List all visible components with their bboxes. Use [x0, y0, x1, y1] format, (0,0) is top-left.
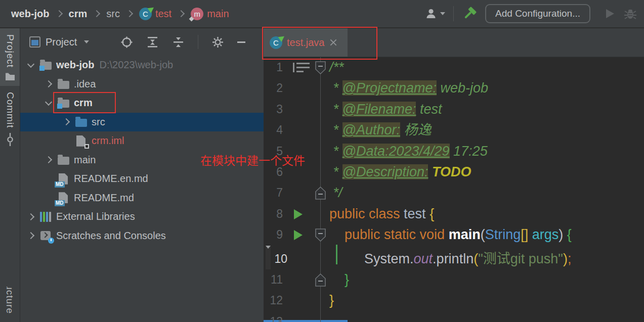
tree-item-label: web-job [56, 59, 95, 71]
user-icon [425, 8, 438, 20]
debug-bug-icon [624, 7, 637, 20]
tab-title: test.java [287, 37, 324, 49]
class-icon: C [270, 36, 282, 49]
tree-row-readme.en.md[interactable]: MDREADME.en.md [20, 169, 264, 189]
collapse-all-button[interactable] [172, 36, 185, 49]
code-editor[interactable]: 1/**2 * @Projectname: web-job3 * @Filena… [264, 57, 644, 322]
breadcrumb-item-web-job[interactable]: web-job [11, 8, 50, 20]
tool-window-stripe: ProjectCommit Structure [0, 28, 20, 322]
tree-chevron-icon[interactable] [25, 211, 36, 222]
run-button[interactable] [604, 8, 616, 20]
code-line-5[interactable]: 5 * @Data:2023/4/29 17:25 [264, 141, 644, 162]
line-number: 1 [264, 57, 283, 78]
commit-icon [5, 133, 15, 146]
folder-icon [56, 153, 70, 166]
code-line-9[interactable]: 9 public static void main(String[] args)… [264, 224, 644, 245]
build-hammer-icon [462, 6, 477, 21]
tool-window-button-project[interactable]: Project [0, 28, 20, 86]
fold-marker-end-icon[interactable] [315, 273, 326, 287]
project-panel-header: Project [20, 28, 264, 56]
breadcrumb-item-src[interactable]: src [106, 8, 120, 20]
module-folder-icon [56, 97, 70, 110]
breadcrumb-item-test[interactable]: Ctest [139, 8, 171, 20]
code-text: * @Filename: test [329, 99, 442, 120]
tree-chevron-icon[interactable] [25, 60, 36, 71]
fold-marker-start-icon[interactable] [315, 61, 326, 74]
code-line-13[interactable]: 13 [264, 311, 644, 322]
tree-row-external-libraries[interactable]: External Libraries [20, 207, 264, 226]
tree-row-crm.iml[interactable]: crm.iml [20, 131, 264, 151]
tree-row-.idea[interactable]: .idea [20, 75, 264, 94]
locate-file-button[interactable] [120, 36, 133, 49]
code-line-12[interactable]: 12} [264, 290, 644, 311]
code-line-2[interactable]: 2 * @Projectname: web-job [264, 78, 644, 99]
breadcrumb-separator-icon [178, 10, 185, 17]
tree-chevron-icon[interactable] [25, 230, 36, 241]
code-text: * @Data:2023/4/29 17:25 [329, 141, 488, 162]
fold-marker-end-icon[interactable] [315, 187, 326, 200]
breadcrumb-item-crm[interactable]: crm [69, 8, 88, 20]
code-line-6[interactable]: 6 * @Description: TODO [264, 162, 644, 182]
ide-window: web-jobcrmsrcCtestmmain Add Configurati [0, 0, 644, 322]
panel-settings-button[interactable] [211, 36, 224, 49]
close-icon[interactable] [330, 39, 337, 47]
tree-row-web-job[interactable]: web-jobD:\2023\web-job [20, 56, 264, 75]
editor-area: C test.java 1/**2 * @Projectname: web-jo… [264, 28, 644, 322]
expand-all-icon [146, 36, 159, 49]
line-number: 3 [264, 99, 283, 120]
tree-row-src[interactable]: src [20, 113, 264, 132]
hide-panel-icon [237, 41, 245, 43]
run-line-icon[interactable] [294, 209, 303, 219]
code-line-3[interactable]: 3 * @Filename: test [264, 99, 644, 120]
tree-chevron-icon[interactable] [43, 98, 54, 109]
fold-marker-start-icon[interactable] [315, 228, 326, 242]
run-line-icon[interactable] [294, 230, 303, 240]
code-text: /** [329, 57, 344, 78]
tool-window-button-commit[interactable]: Commit [0, 86, 20, 151]
code-line-11[interactable]: 11 } [264, 269, 644, 290]
tree-item-label: README.en.md [74, 173, 148, 185]
breadcrumb-item-main[interactable]: mmain [191, 8, 229, 20]
user-menu-button[interactable] [425, 8, 445, 20]
project-tree: web-jobD:\2023\web-job.ideacrmsrccrm.iml… [20, 56, 264, 245]
header-divider [198, 35, 198, 49]
tree-chevron-icon [43, 173, 54, 185]
code-line-8[interactable]: 8public class test { [264, 204, 644, 224]
tree-item-label: src [92, 116, 105, 128]
debug-button[interactable] [624, 7, 637, 20]
build-button[interactable] [462, 6, 477, 21]
editor-tab-test-java[interactable]: C test.java [264, 28, 348, 57]
code-text: } [329, 290, 334, 311]
tool-window-button-structure[interactable]: Structure [0, 287, 20, 322]
locate-icon [120, 36, 133, 49]
code-text: public class test { [329, 204, 434, 224]
project-dropdown-caret-icon[interactable] [84, 40, 89, 43]
tree-chevron-icon[interactable] [43, 154, 54, 165]
tree-chevron-icon[interactable] [61, 116, 72, 127]
tree-row-scratches-and-consoles[interactable]: Scratches and Consoles [20, 226, 264, 246]
toolbar-separator [453, 6, 454, 21]
code-text: * @Description: TODO [329, 162, 471, 182]
tree-row-crm[interactable]: crm [20, 94, 264, 113]
add-configuration-button[interactable]: Add Configuration... [485, 4, 590, 23]
code-line-7[interactable]: 7 */ [264, 182, 644, 203]
code-line-1[interactable]: 1/** [264, 57, 644, 78]
class-icon: C [139, 8, 152, 20]
hide-panel-button[interactable] [237, 41, 245, 43]
expand-all-button[interactable] [146, 36, 159, 49]
javadoc-render-icon[interactable] [293, 63, 310, 73]
annotation-note: 在模块中建一个文件 [200, 151, 305, 168]
main-toolbar: web-jobcrmsrcCtestmmain Add Configurati [0, 0, 644, 28]
line-number: 12 [264, 290, 283, 311]
breadcrumb-label: src [106, 8, 120, 20]
tree-chevron-icon[interactable] [43, 78, 54, 89]
tree-row-readme.md[interactable]: MDREADME.md [20, 189, 264, 208]
code-text: * @Projectname: web-job [329, 78, 488, 99]
project-view-icon [29, 36, 40, 48]
code-text: } [329, 269, 349, 290]
code-line-10[interactable]: 10 System.out.println("测试git push"); [266, 246, 271, 269]
code-text: System.out.println("测试git push"); [334, 249, 571, 269]
line-number: 10 [268, 249, 287, 269]
libraries-icon [38, 210, 53, 223]
code-line-4[interactable]: 4 * @Author: 杨逸 [264, 120, 644, 141]
